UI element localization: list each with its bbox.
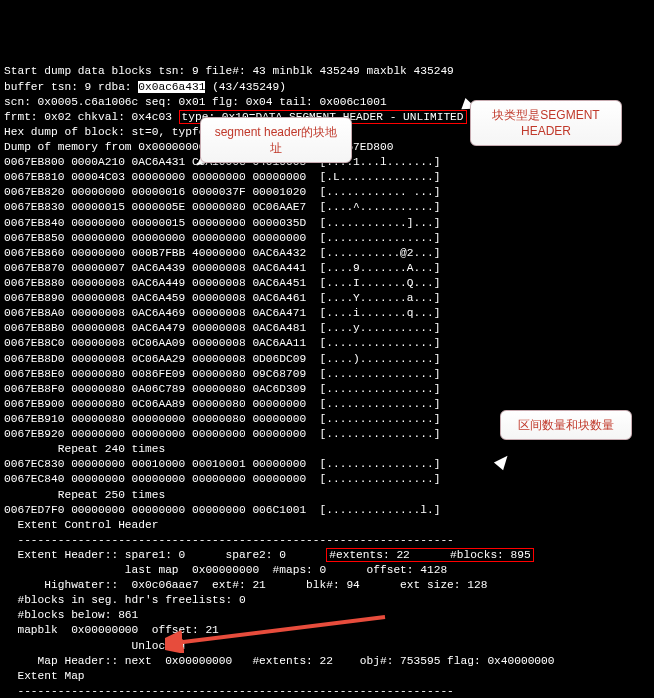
hex-line: 0067EB840 00000000 00000015 00000000 000… (4, 217, 440, 229)
callout-extent-count: 区间数量和块数量 (500, 410, 632, 440)
callout-tail (494, 452, 512, 470)
extent-header-line: Map Header:: next 0x00000000 #extents: 2… (4, 655, 555, 667)
svg-line-0 (175, 617, 385, 643)
hex-line: 0067EC840 00000000 00000000 00000000 000… (4, 473, 440, 485)
hex-line: 0067EB920 00000000 00000000 00000000 000… (4, 428, 440, 440)
callout-segment-header-addr: segment header的块地址 (200, 117, 352, 163)
hex-line: 0067EB820 00000000 00000016 0000037F 000… (4, 186, 440, 198)
dump-line: scn: 0x0005.c6a1006c seq: 0x01 flg: 0x04… (4, 96, 387, 108)
hex-line: 0067EB850 00000000 00000000 00000000 000… (4, 232, 440, 244)
hex-line: 0067EB8D0 00000008 0C06AA29 00000008 0D0… (4, 353, 440, 365)
extent-header-line: Unlocked (4, 640, 185, 652)
hex-line: 0067EB890 00000008 0AC6A459 00000008 0AC… (4, 292, 440, 304)
hex-line: 0067EB880 00000008 0AC6A449 00000008 0AC… (4, 277, 440, 289)
extent-header-line: last map 0x00000000 #maps: 0 offset: 412… (4, 564, 447, 576)
extent-header-line: Highwater:: 0x0c06aae7 ext#: 21 blk#: 94… (4, 579, 487, 591)
hex-line: 0067EB860 00000000 000B7FBB 40000000 0AC… (4, 247, 440, 259)
hex-line: 0067EB8B0 00000008 0AC6A479 00000008 0AC… (4, 322, 440, 334)
hex-line: 0067EC830 00000000 00010000 00010001 000… (4, 458, 440, 470)
divider-line: ----------------------------------------… (4, 685, 454, 697)
rdba-highlight: 0x0ac6a431 (138, 81, 205, 93)
hex-line: 0067EB8E0 00000080 0086FE09 00000080 09C… (4, 368, 440, 380)
dump-line: buffer tsn: 9 rdba: (4, 81, 138, 93)
hex-line: 0067EB8F0 00000080 0A06C789 00000080 0AC… (4, 383, 440, 395)
extent-header-line: Extent Header:: spare1: 0 spare2: 0 (4, 549, 326, 561)
dump-line: Start dump data blocks tsn: 9 file#: 43 … (4, 65, 454, 77)
hex-line: 0067EB910 00000080 00000000 00000080 000… (4, 413, 440, 425)
hex-line: 0067ED7F0 00000000 00000000 00000000 006… (4, 504, 440, 516)
divider-line: ----------------------------------------… (4, 534, 454, 546)
repeat-line: Repeat 250 times (4, 489, 165, 501)
hex-line: 0067EB870 00000007 0AC6A439 00000008 0AC… (4, 262, 440, 274)
section-title: Extent Map (4, 670, 85, 682)
extent-header-line: #blocks below: 861 (4, 609, 138, 621)
dump-line: frmt: 0x02 chkval: 0x4c03 (4, 111, 179, 123)
extent-header-line: #blocks in seg. hdr's freelists: 0 (4, 594, 246, 606)
hex-line: 0067EB900 00000080 0C06AA89 00000080 000… (4, 398, 440, 410)
repeat-line: Repeat 240 times (4, 443, 165, 455)
dump-line: (43/435249) (205, 81, 286, 93)
section-title: Extent Control Header (4, 519, 158, 531)
hex-line: 0067EB8A0 00000008 0AC6A469 00000008 0AC… (4, 307, 440, 319)
hex-line: 0067EB8C0 00000008 0C06AA09 00000008 0AC… (4, 337, 440, 349)
hex-line: 0067EB810 00004C03 00000000 00000000 000… (4, 171, 440, 183)
extents-blocks-box: #extents: 22 #blocks: 895 (326, 548, 533, 562)
callout-block-type: 块类型是SEGMENT HEADER (470, 100, 622, 146)
hex-line: 0067EB830 00000015 0000005E 00000080 0C0… (4, 201, 440, 213)
arrow-icon (165, 613, 395, 653)
